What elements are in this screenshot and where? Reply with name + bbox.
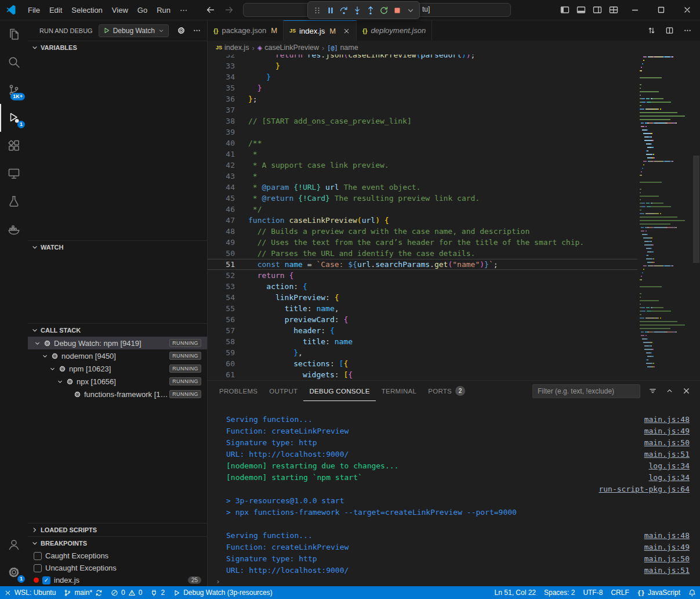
customize-layout-icon[interactable] — [605, 0, 622, 20]
line-number[interactable]: 38 — [208, 116, 235, 127]
activity-docker-icon[interactable] — [0, 215, 28, 243]
code-line-45[interactable]: 45 * @return {!Card} The resulting previ… — [208, 193, 637, 204]
console-source-link[interactable]: run-script-pkg.js:64 — [587, 483, 690, 495]
line-number[interactable]: 57 — [208, 325, 235, 336]
console-source-link[interactable]: main.js:50 — [633, 437, 690, 449]
code-line-58[interactable]: 58 title: name — [208, 336, 637, 347]
scrollbar-thumb[interactable] — [693, 156, 699, 263]
code-line-40[interactable]: 40/** — [208, 138, 637, 149]
start-debug-icon[interactable] — [103, 27, 110, 34]
console-source-link[interactable]: main.js:48 — [633, 530, 690, 542]
line-number[interactable]: 54 — [208, 292, 235, 303]
menu-selection[interactable]: Selection — [67, 0, 107, 20]
menu-edit[interactable]: Edit — [45, 0, 67, 20]
code-line-59[interactable]: 59 }, — [208, 347, 637, 358]
code-line-57[interactable]: 57 header: { — [208, 325, 637, 336]
console-source-link[interactable]: log.js:34 — [637, 460, 690, 472]
activity-run-debug-icon[interactable]: 1 — [0, 104, 28, 132]
menu-more[interactable]: ⋯ — [175, 0, 192, 20]
line-number[interactable]: 32 — [208, 55, 235, 60]
forward-button[interactable] — [224, 5, 234, 15]
line-number[interactable]: 42 — [208, 160, 235, 171]
tab-index.js[interactable]: JSindex.jsM — [284, 20, 357, 41]
line-number[interactable]: 56 — [208, 314, 235, 325]
code-line-56[interactable]: 56 previewCard: { — [208, 314, 637, 325]
status-cursor-position[interactable]: Ln 51, Col 22 — [491, 586, 540, 599]
code-line-37[interactable]: 37 — [208, 104, 637, 116]
maximize-panel-icon[interactable] — [665, 387, 674, 395]
line-number[interactable]: 44 — [208, 182, 235, 193]
code-line-47[interactable]: 47function caseLinkPreview(url) { — [208, 215, 637, 226]
line-number[interactable]: 39 — [208, 127, 235, 138]
pause-button[interactable] — [324, 3, 337, 17]
code-line-44[interactable]: 44 * @param {!URL} url The event object. — [208, 182, 637, 193]
step-over-button[interactable] — [337, 3, 350, 17]
console-source-link[interactable]: main.js:50 — [633, 553, 690, 565]
loaded-scripts-section-header[interactable]: LOADED SCRIPTS — [28, 524, 207, 536]
breakpoint-checkbox[interactable]: ✓ — [42, 576, 50, 584]
split-editor-icon[interactable] — [665, 26, 674, 35]
line-number[interactable]: 35 — [208, 82, 235, 93]
editor-scrollbar[interactable] — [692, 55, 700, 380]
line-number[interactable]: 36 — [208, 93, 235, 104]
breakpoints-section-header[interactable]: BREAKPOINTS — [28, 537, 207, 550]
more-actions-icon[interactable] — [193, 26, 201, 35]
stop-button[interactable] — [390, 3, 404, 17]
activity-explorer-icon[interactable] — [0, 20, 28, 48]
code-line-52[interactable]: 52 return { — [208, 270, 637, 281]
code-line-34[interactable]: 34 } — [208, 71, 637, 82]
menu-view[interactable]: View — [107, 0, 133, 20]
toggle-secondary-sidebar-icon[interactable] — [589, 0, 605, 20]
code-line-39[interactable]: 39 — [208, 127, 637, 138]
code-line-36[interactable]: 36}; — [208, 93, 637, 104]
code-line-50[interactable]: 50 // Parses the URL and identify the ca… — [208, 248, 637, 259]
panel-tab-debug-console[interactable]: DEBUG CONSOLE — [303, 381, 375, 401]
code-line-53[interactable]: 53 action: { — [208, 281, 637, 292]
line-number[interactable]: 60 — [208, 358, 235, 369]
status-remote-indicator[interactable]: WSL: Ubuntu — [0, 586, 60, 599]
line-number[interactable]: 55 — [208, 303, 235, 314]
call-stack-session[interactable]: npm [10623]RUNNING — [28, 362, 207, 375]
line-number[interactable]: 46 — [208, 204, 235, 215]
debug-console[interactable]: Serving function...main.js:48Function: c… — [208, 401, 700, 586]
restart-button[interactable] — [377, 3, 390, 17]
line-number[interactable]: 43 — [208, 171, 235, 182]
breakpoint-checkbox[interactable] — [34, 552, 42, 560]
step-into-button[interactable] — [350, 3, 364, 17]
breakpoint-row[interactable]: Uncaught Exceptions — [28, 562, 207, 574]
line-number[interactable]: 40 — [208, 138, 235, 149]
code-line-46[interactable]: 46 */ — [208, 204, 637, 215]
back-button[interactable] — [206, 5, 215, 15]
activity-extensions-icon[interactable] — [0, 132, 28, 160]
code-line-48[interactable]: 48 // Builds a preview card with the cas… — [208, 226, 637, 237]
breadcrumb-item-name[interactable]: [@]name — [327, 44, 358, 52]
minimize-button[interactable] — [622, 0, 648, 20]
close-icon[interactable] — [343, 27, 350, 35]
call-stack-session[interactable]: npx [10656]RUNNING — [28, 375, 207, 388]
menu-go[interactable]: Go — [133, 0, 152, 20]
code-line-43[interactable]: 43 * — [208, 171, 637, 182]
line-number[interactable]: 51 — [208, 259, 235, 270]
console-source-link[interactable]: main.js:48 — [633, 414, 690, 425]
code-line-42[interactable]: 42 * A support case link preview. — [208, 160, 637, 171]
status-problems[interactable]: 00 — [107, 586, 146, 599]
code-line-51[interactable]: 51 const name = `Case: ${url.searchParam… — [208, 259, 637, 270]
line-number[interactable]: 33 — [208, 60, 235, 71]
more-actions-icon[interactable] — [683, 26, 692, 35]
activity-accounts-icon[interactable] — [0, 531, 28, 558]
status-indentation[interactable]: Spaces: 2 — [540, 586, 579, 599]
line-number[interactable]: 58 — [208, 336, 235, 347]
line-number[interactable]: 41 — [208, 149, 235, 160]
debug-config-dropdown[interactable]: Debug Watch — [99, 24, 169, 37]
code-line-41[interactable]: 41 * — [208, 149, 637, 160]
menu-run[interactable]: Run — [152, 0, 175, 20]
maximize-button[interactable] — [648, 0, 674, 20]
panel-tab-terminal[interactable]: TERMINAL — [376, 381, 423, 401]
line-number[interactable]: 53 — [208, 281, 235, 292]
status-notifications[interactable] — [684, 586, 700, 599]
code-line-54[interactable]: 54 linkPreview: { — [208, 292, 637, 303]
line-number[interactable]: 52 — [208, 270, 235, 281]
call-stack-session[interactable]: functions-framework [106...RUNNING — [28, 388, 207, 400]
activity-search-icon[interactable] — [0, 48, 28, 76]
line-number[interactable]: 48 — [208, 226, 235, 237]
